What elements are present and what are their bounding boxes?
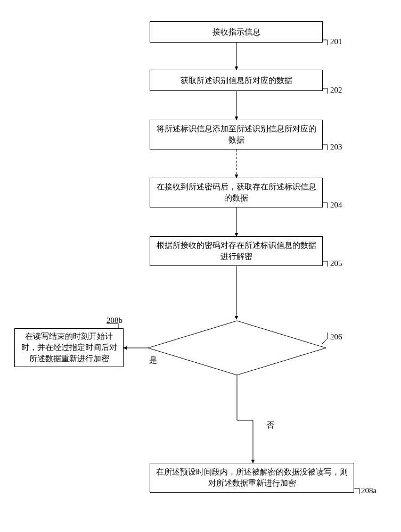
step-201-text: 接收指示信息	[212, 27, 260, 38]
callout-204	[323, 203, 328, 208]
step-203-text: 将所述标识信息添加至所述识别信息所对应的数据	[156, 123, 317, 146]
arrow-206-208a	[237, 375, 253, 463]
decision-yes-label: 是	[149, 355, 157, 365]
step-202-number: 202	[330, 86, 342, 95]
step-206-text: 检测所述被解密的数据当前是否被读写	[181, 338, 293, 358]
step-204-box: 在接收到所述密码后，获取存在所述标识信息的数据	[150, 178, 323, 207]
step-204-number: 204	[330, 201, 342, 210]
step-206-text-container: 检测所述被解密的数据当前是否被读写	[181, 340, 293, 356]
step-205-text: 根据所接收的密码对存在所述标识信息的数据进行解密	[156, 240, 317, 262]
step-208b-text: 在读写结束的时刻开始计时，并在经过指定时间后对所述数据重新进行加密	[20, 331, 118, 364]
callout-203	[323, 145, 328, 150]
step-208a-box: 在所述预设时间段内，所述被解密的数据没被读写，则对所述数据重新进行加密	[150, 463, 354, 493]
callout-206	[322, 332, 328, 344]
callout-205	[323, 261, 328, 267]
step-204-text: 在接收到所述密码后，获取存在所述标识信息的数据	[156, 181, 317, 204]
step-201-box: 接收指示信息	[150, 21, 323, 43]
step-208a-text: 在所述预设时间段内，所述被解密的数据没被读写，则对所述数据重新进行加密	[156, 467, 348, 489]
step-202-text: 获取所述识别信息所对应的数据	[181, 75, 292, 86]
step-203-number: 203	[330, 143, 342, 152]
step-206-number: 206	[330, 332, 342, 342]
callout-208a	[354, 488, 359, 494]
step-208b-box: 在读写结束的时刻开始计时，并在经过指定时间后对所述数据重新进行加密	[14, 328, 124, 367]
step-201-number: 201	[330, 37, 342, 46]
flowchart-canvas: 接收指示信息 201 获取所述识别信息所对应的数据 202 将所述标识信息添加至…	[0, 0, 401, 532]
step-208b-number: 208b	[107, 316, 122, 325]
step-203-box: 将所述标识信息添加至所述识别信息所对应的数据	[150, 120, 323, 149]
step-206-diamond	[148, 321, 326, 375]
callout-201	[323, 40, 328, 45]
step-208a-number: 208a	[361, 486, 377, 495]
step-205-box: 根据所接收的密码对存在所述标识信息的数据进行解密	[150, 236, 323, 266]
step-202-box: 获取所述识别信息所对应的数据	[150, 70, 323, 91]
decision-no-label: 否	[266, 420, 274, 430]
callout-202	[323, 88, 328, 94]
step-205-number: 205	[330, 259, 342, 268]
